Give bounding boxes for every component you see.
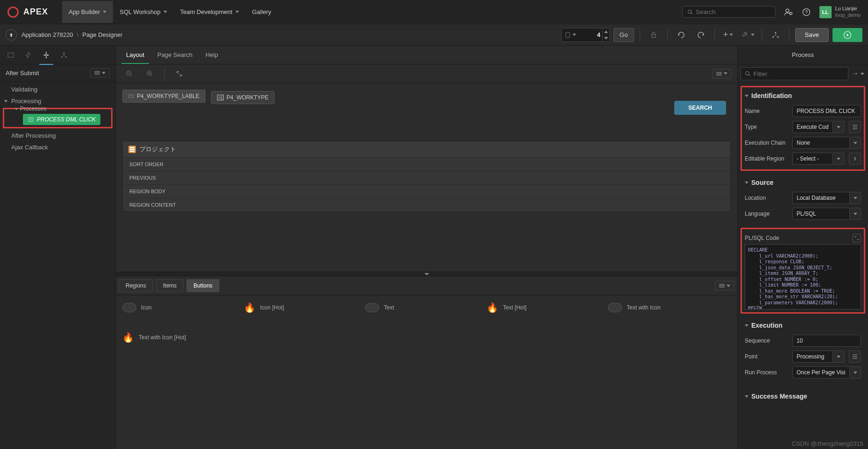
select-point[interactable] <box>792 351 833 363</box>
zoom-in-button[interactable] <box>142 67 158 81</box>
property-filter-input[interactable] <box>754 70 844 77</box>
undo-button[interactable] <box>673 28 689 42</box>
section-source: Source Location Language <box>741 173 865 226</box>
gallery-item-text-icon-hot[interactable]: 🔥Text with Icon [Hot] <box>122 332 731 343</box>
up-button[interactable] <box>6 29 17 41</box>
process-icon <box>28 116 34 123</box>
tab-shared[interactable] <box>57 48 71 62</box>
plsql-code-editor[interactable]: DECLARE l_url VARCHAR2(2000); l_response… <box>745 244 861 309</box>
lock-button[interactable] <box>646 28 662 42</box>
select-run-process[interactable] <box>792 366 850 379</box>
tab-dynamic-actions[interactable] <box>21 48 35 62</box>
select-chain[interactable] <box>792 137 850 149</box>
gallery-menu[interactable] <box>715 281 734 290</box>
run-button[interactable] <box>833 28 862 42</box>
global-search[interactable] <box>682 6 776 18</box>
chevron-down-icon <box>727 285 730 287</box>
layout-menu[interactable] <box>712 69 732 78</box>
gallery-tab-buttons[interactable]: Buttons <box>186 279 219 292</box>
region-go-button[interactable] <box>849 153 861 165</box>
create-button[interactable]: + <box>720 28 736 42</box>
input-name[interactable] <box>792 105 861 117</box>
save-button[interactable]: Save <box>795 28 829 42</box>
gallery-item-text-hot[interactable]: 🔥Text [Hot] <box>487 302 571 313</box>
section-title-source[interactable]: Source <box>745 177 861 190</box>
tab-page-search[interactable]: Page Search <box>153 46 197 63</box>
right-panel-title: Process <box>738 46 868 64</box>
select-location-arrow[interactable] <box>850 192 861 204</box>
section-title-execution[interactable]: Execution <box>745 320 861 333</box>
tree-processes-label[interactable]: Processes <box>20 105 46 112</box>
tab-rendering[interactable] <box>4 48 18 62</box>
gallery-item-icon-hot[interactable]: 🔥Icon [Hot] <box>244 302 328 313</box>
page-up-stepper[interactable] <box>603 28 609 35</box>
tab-help[interactable]: Help <box>201 46 223 63</box>
gallery-tab-items[interactable]: Items <box>156 279 183 292</box>
property-body[interactable]: Identification Name Type Execution Chain… <box>738 83 868 449</box>
select-type-arrow[interactable] <box>833 121 844 133</box>
tree-validating[interactable]: Validating <box>0 84 115 95</box>
process-chip[interactable]: PROCESS DML CLICK <box>23 114 100 125</box>
shared-button[interactable] <box>768 28 783 42</box>
layout-canvas[interactable]: P4_WORKTYPE_LABLE A|P4_WORKTYPE SEARCH プ… <box>116 83 737 272</box>
region-sort-order[interactable]: SORT ORDER <box>123 157 730 171</box>
layout-search-button[interactable]: SEARCH <box>674 101 726 115</box>
pin-button[interactable] <box>851 67 865 80</box>
zoom-out-button[interactable] <box>121 67 137 81</box>
left-panel-menu[interactable] <box>90 68 110 77</box>
crumb-application[interactable]: Application 278220 <box>21 31 73 38</box>
select-language[interactable] <box>792 208 850 220</box>
page-down-stepper[interactable] <box>603 35 609 42</box>
help-icon[interactable]: ? <box>802 7 811 17</box>
region-header[interactable]: プロジェクト <box>123 141 730 157</box>
global-search-input[interactable] <box>696 8 770 15</box>
admin-icon[interactable] <box>784 7 793 17</box>
point-options-button[interactable] <box>849 351 861 363</box>
region-previous[interactable]: PREVIOUS <box>123 171 730 184</box>
tree-after-processing[interactable]: After Processing <box>0 130 115 141</box>
type-options-button[interactable] <box>849 121 861 133</box>
region-body[interactable]: REGION BODY <box>123 184 730 198</box>
nav-gallery[interactable]: Gallery <box>246 1 278 23</box>
property-filter[interactable] <box>741 67 848 80</box>
tree-ajax-callback[interactable]: Ajax Callback <box>0 141 115 153</box>
tab-processing[interactable] <box>39 48 53 62</box>
section-success-message: Success Message <box>741 386 865 405</box>
arrow-up-icon <box>8 32 14 38</box>
page-number-box <box>561 28 610 42</box>
select-type[interactable] <box>792 121 833 133</box>
select-run-arrow[interactable] <box>850 366 861 379</box>
svg-text:?: ? <box>805 9 808 15</box>
redo-button[interactable] <box>693 28 709 42</box>
splitter[interactable] <box>116 272 737 276</box>
region-content[interactable]: REGION CONTENT <box>123 198 730 211</box>
go-button[interactable]: Go <box>614 28 634 42</box>
section-title-identification[interactable]: Identification <box>745 90 861 103</box>
gallery-item-text-icon[interactable]: Text with Icon <box>608 302 692 313</box>
select-location[interactable] <box>792 192 850 204</box>
select-language-arrow[interactable] <box>850 208 861 220</box>
nav-app-builder[interactable]: App Builder <box>62 1 113 23</box>
gallery-tab-regions[interactable]: Regions <box>119 279 153 292</box>
nav-sql-workshop[interactable]: SQL Workshop <box>113 1 173 23</box>
tab-layout[interactable]: Layout <box>121 46 149 63</box>
expand-button[interactable] <box>171 67 187 81</box>
nav-team-dev[interactable]: Team Development <box>174 1 246 23</box>
svg-marker-7 <box>604 30 608 33</box>
select-editable-region[interactable] <box>792 153 833 165</box>
gallery-item-text[interactable]: Text <box>365 302 449 313</box>
utilities-button[interactable] <box>740 28 756 42</box>
page-icon[interactable] <box>562 31 579 39</box>
flame-icon: 🔥 <box>244 302 255 313</box>
field-worktype-label[interactable]: P4_WORKTYPE_LABLE <box>122 90 205 103</box>
gallery-item-icon[interactable]: Icon <box>122 302 206 313</box>
select-point-arrow[interactable] <box>833 351 844 363</box>
input-sequence[interactable] <box>792 335 861 347</box>
field-worktype[interactable]: A|P4_WORKTYPE <box>211 91 275 104</box>
user-menu[interactable]: LL Lu Lianjie loop_demo <box>819 6 861 18</box>
select-chain-arrow[interactable] <box>850 137 861 149</box>
code-expand-button[interactable] <box>853 234 861 242</box>
page-number-input[interactable] <box>579 31 602 38</box>
section-title-success[interactable]: Success Message <box>745 391 861 404</box>
select-region-arrow[interactable] <box>833 153 844 165</box>
